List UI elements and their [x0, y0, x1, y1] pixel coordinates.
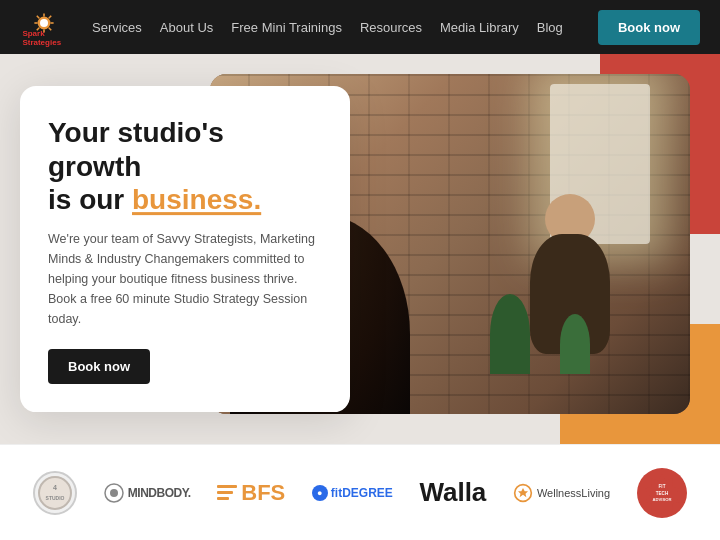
bfs-lines	[217, 485, 237, 500]
svg-line-5	[37, 16, 39, 18]
svg-text:ADVISOR: ADVISOR	[652, 497, 671, 502]
partner-walla: Walla	[411, 468, 494, 518]
abc-logo: 4 STUDIO	[33, 471, 77, 515]
partner-mindbody: MINDBODY.	[96, 468, 199, 518]
partner-abc: 4 STUDIO	[25, 468, 85, 518]
hero-card: Your studio's growth is our business. We…	[20, 86, 350, 412]
svg-line-6	[49, 28, 51, 30]
bfs-label: BFS	[217, 480, 285, 506]
partner-certified: FIT TECH ADVISOR	[629, 468, 695, 518]
svg-point-9	[40, 19, 48, 27]
hero-book-button[interactable]: Book now	[48, 349, 150, 384]
plant-right	[560, 314, 590, 374]
svg-text:STUDIO: STUDIO	[46, 495, 65, 501]
nav-resources[interactable]: Resources	[360, 20, 422, 35]
hero-title: Your studio's growth is our business.	[48, 116, 322, 217]
svg-text:TECH: TECH	[655, 490, 668, 495]
navbar-book-button[interactable]: Book now	[598, 10, 700, 45]
nav-services[interactable]: Services	[92, 20, 142, 35]
svg-text:Strategies: Strategies	[22, 38, 61, 47]
certified-badge: FIT TECH ADVISOR	[637, 468, 687, 518]
nav-blog[interactable]: Blog	[537, 20, 563, 35]
partner-bfs: BFS	[209, 468, 293, 518]
svg-text:Spark: Spark	[22, 29, 45, 38]
svg-line-7	[49, 16, 51, 18]
hero-section: Your studio's growth is our business. We…	[0, 54, 720, 444]
hero-highlight: business.	[132, 184, 261, 215]
fitdegree-icon: ●	[312, 485, 328, 501]
bfs-line-3	[217, 497, 229, 500]
nav-links: Services About Us Free Mini Trainings Re…	[92, 20, 598, 35]
svg-text:4: 4	[53, 484, 57, 491]
mindbody-label: MINDBODY.	[128, 486, 191, 500]
nav-about[interactable]: About Us	[160, 20, 213, 35]
svg-point-16	[110, 489, 118, 497]
hero-subtitle: We're your team of Savvy Strategists, Ma…	[48, 229, 322, 329]
bfs-line-2	[217, 491, 233, 494]
plant-left	[490, 294, 530, 374]
logo[interactable]: Spark Strategies	[20, 7, 68, 47]
wellnessliving-label: WellnessLiving	[513, 483, 610, 503]
nav-media[interactable]: Media Library	[440, 20, 519, 35]
fitdegree-label: ● fitDEGREE	[312, 485, 393, 501]
svg-point-12	[39, 477, 71, 509]
nav-trainings[interactable]: Free Mini Trainings	[231, 20, 342, 35]
walla-label: Walla	[419, 477, 486, 508]
bfs-line-1	[217, 485, 237, 488]
partner-wellnessliving: WellnessLiving	[505, 468, 618, 518]
partners-bar: 4 STUDIO MINDBODY. BFS ● fit	[0, 444, 720, 540]
partner-fitdegree: ● fitDEGREE	[304, 468, 401, 518]
svg-text:FIT: FIT	[658, 483, 665, 488]
navbar: Spark Strategies Services About Us Free …	[0, 0, 720, 54]
